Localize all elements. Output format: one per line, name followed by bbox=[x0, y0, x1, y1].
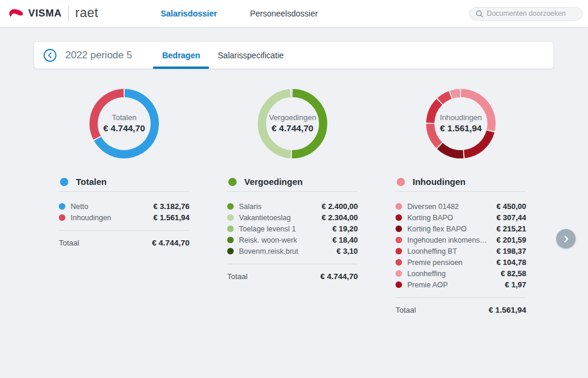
legend-item-value: € 307,44 bbox=[496, 213, 526, 222]
legend-item-value: € 215,21 bbox=[496, 224, 526, 233]
legend-row: Premie AOP€ 1,97 bbox=[396, 279, 526, 290]
nav-personeelsdossier[interactable]: Personeelsdossier bbox=[250, 9, 318, 18]
legend-item-label: Premie pensioen bbox=[407, 258, 491, 267]
top-bar: VISMA raet Salarisdossier Personeelsdoss… bbox=[0, 0, 588, 28]
vergoedingen-donut-chart: Vergoedingen € 4.744,70 bbox=[257, 88, 328, 159]
visma-raet-logo: VISMA raet bbox=[8, 6, 98, 22]
visma-swoosh-icon bbox=[8, 8, 24, 19]
donut-segment bbox=[464, 131, 490, 154]
legend-title: Vergoedingen bbox=[244, 177, 303, 187]
logo-divider bbox=[68, 6, 69, 22]
legend-item-value: € 104,78 bbox=[496, 258, 526, 267]
legend-total-row: Totaal € 4.744,70 bbox=[227, 272, 358, 281]
legend-row: Salaris€ 2.400,00 bbox=[227, 201, 358, 212]
legend-item-value: € 2.304,00 bbox=[322, 213, 358, 222]
legend-color-dot bbox=[227, 248, 234, 254]
legend-color-dot bbox=[227, 203, 234, 210]
legend-item-label: Korting BAPO bbox=[407, 214, 491, 222]
legend-item-label: Vakantietoeslag bbox=[239, 214, 317, 222]
legend-item-value: € 2.400,00 bbox=[322, 202, 358, 211]
document-search[interactable] bbox=[469, 7, 583, 21]
legend-row: Ingehouden inkomensafh...€ 201,59 bbox=[396, 234, 526, 246]
legend-row: Korting flex BAPO€ 215,21 bbox=[396, 223, 526, 234]
legend-item-label: Inhoudingen bbox=[71, 214, 148, 222]
legend-row: Premie pensioen€ 104,78 bbox=[396, 257, 526, 268]
tab-salarisspecificatie[interactable]: Salarisspecificatie bbox=[209, 42, 293, 68]
previous-period-button[interactable] bbox=[43, 48, 57, 62]
next-period-button[interactable] bbox=[556, 229, 576, 248]
legend-color-dot bbox=[396, 214, 402, 221]
legend-header-dot bbox=[228, 178, 237, 186]
legend-row: Toelage levensl 1€ 19,20 bbox=[227, 223, 358, 234]
donut-chart-svg bbox=[89, 88, 160, 159]
legend-color-dot bbox=[396, 270, 402, 277]
legend-color-dot bbox=[396, 281, 402, 288]
total-value: € 4.744,70 bbox=[320, 272, 358, 281]
legend-item-label: Korting flex BAPO bbox=[407, 225, 491, 233]
legend-item-label: Bovenm.reisk.brut bbox=[239, 247, 331, 256]
legend-item-value: € 1.561,94 bbox=[154, 213, 190, 222]
legend-item-value: € 3,10 bbox=[337, 247, 358, 256]
donut-segment bbox=[440, 95, 450, 101]
legend-header-dot bbox=[60, 178, 68, 186]
period-selector-card: 2022 periode 5 Bedragen Salarisspecifica… bbox=[34, 41, 554, 69]
legend-item-label: Ingehouden inkomensafh... bbox=[407, 236, 491, 244]
legend-color-dot bbox=[396, 237, 402, 243]
chevron-right-icon bbox=[562, 234, 571, 244]
total-label: Totaal bbox=[227, 272, 248, 281]
legend-row: Diversen 01482€ 450,00 bbox=[396, 201, 526, 212]
period-label: 2022 periode 5 bbox=[65, 49, 132, 61]
legend-color-dot bbox=[396, 259, 402, 266]
legend-row: Korting BAPO€ 307,44 bbox=[396, 212, 526, 223]
legend-row: Loonheffing€ 82,58 bbox=[396, 268, 526, 279]
legend-rows: Netto€ 3.182,76Inhoudingen€ 1.561,94 bbox=[59, 201, 190, 223]
legend-title: Totalen bbox=[76, 177, 107, 187]
legend-item-value: € 3.182,76 bbox=[154, 202, 190, 211]
panel-inhoudingen: Inhoudingen € 1.561,94 Inhoudingen Diver… bbox=[396, 88, 526, 314]
legend-rows: Salaris€ 2.400,00Vakantietoeslag€ 2.304,… bbox=[227, 201, 358, 257]
logo-brand-text: VISMA bbox=[28, 8, 62, 19]
donut-segment bbox=[292, 93, 323, 154]
legend-row: Inhoudingen€ 1.561,94 bbox=[59, 212, 190, 223]
legend-divider bbox=[59, 230, 190, 231]
legend-header: Vergoedingen bbox=[227, 177, 358, 192]
legend-header: Totalen bbox=[59, 177, 190, 192]
legend-color-dot bbox=[396, 248, 402, 254]
legend-row: Netto€ 3.182,76 bbox=[59, 201, 190, 212]
legend-color-dot bbox=[396, 203, 402, 210]
total-value: € 1.561,94 bbox=[489, 306, 526, 314]
legend-item-label: Toelage levensl 1 bbox=[239, 225, 327, 233]
legend-color-dot bbox=[59, 203, 65, 210]
donut-segment bbox=[430, 102, 439, 123]
legend-item-label: Salaris bbox=[239, 203, 317, 211]
legend-item-label: Loonheffing BT bbox=[407, 247, 491, 256]
legend-item-label: Netto bbox=[71, 203, 148, 211]
donut-chart-svg bbox=[257, 88, 328, 159]
donut-segment bbox=[451, 93, 460, 95]
donut-segment bbox=[461, 93, 491, 130]
panel-vergoedingen: Vergoedingen € 4.744,70 Vergoedingen Sal… bbox=[227, 88, 358, 314]
totalen-donut-chart: Totalen € 4.744,70 bbox=[89, 88, 160, 159]
legend-item-label: Diversen 01482 bbox=[407, 203, 491, 211]
legend-header-dot bbox=[397, 178, 405, 186]
legend-row: Vakantietoeslag€ 2.304,00 bbox=[227, 212, 358, 223]
legend-item-value: € 18,40 bbox=[333, 236, 358, 244]
legend-title: Inhoudingen bbox=[413, 177, 466, 187]
donut-segment bbox=[440, 146, 463, 154]
amounts-overview: Totalen € 4.744,70 Totalen Netto€ 3.182,… bbox=[59, 88, 526, 314]
search-input[interactable] bbox=[487, 9, 576, 18]
legend-item-value: € 201,59 bbox=[496, 236, 526, 244]
legend-header: Inhoudingen bbox=[396, 177, 526, 192]
legend-total-row: Totaal € 4.744,70 bbox=[59, 238, 190, 247]
legend-color-dot bbox=[59, 214, 65, 221]
tab-bedragen[interactable]: Bedragen bbox=[153, 42, 209, 68]
search-icon bbox=[476, 10, 483, 18]
legend-item-value: € 450,00 bbox=[496, 202, 526, 211]
legend-row: Reisk. woon-werk€ 18,40 bbox=[227, 234, 358, 246]
legend-item-label: Loonheffing bbox=[407, 270, 496, 278]
donut-segment bbox=[94, 93, 124, 138]
donut-segment bbox=[430, 124, 439, 145]
legend-item-label: Premie AOP bbox=[407, 281, 500, 289]
nav-salarisdossier[interactable]: Salarisdossier bbox=[161, 9, 217, 18]
total-label: Totaal bbox=[396, 306, 416, 314]
